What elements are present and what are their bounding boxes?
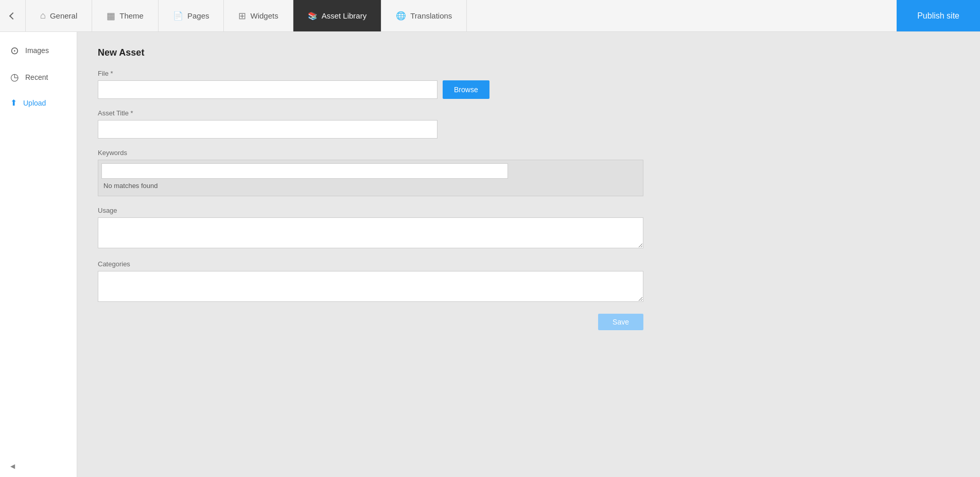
tab-widgets[interactable]: Widgets (224, 0, 293, 31)
keywords-input[interactable] (101, 163, 508, 179)
tab-widgets-label: Widgets (250, 11, 278, 20)
main-layout: Images Recent Upload New Asset File * Br… (0, 32, 980, 477)
pages-icon (173, 10, 183, 21)
publish-site-button[interactable]: Publish site (897, 0, 980, 31)
tab-general[interactable]: General (26, 0, 92, 31)
recent-icon (10, 71, 19, 83)
nav-toggle[interactable] (0, 0, 26, 31)
form-actions: Save (98, 314, 643, 330)
home-icon (40, 10, 46, 21)
camera-icon (10, 44, 19, 57)
tab-general-label: General (50, 11, 77, 20)
keywords-label: Keywords (98, 149, 959, 157)
content-area: New Asset File * Browse Asset Title * Ke… (77, 32, 980, 477)
collapse-icon (9, 12, 16, 19)
sidebar-item-recent[interactable]: Recent (0, 64, 77, 90)
top-nav: General Theme Pages Widgets Asset Librar… (0, 0, 980, 32)
save-button[interactable]: Save (598, 314, 643, 330)
translations-icon (396, 10, 406, 21)
sidebar: Images Recent Upload (0, 32, 77, 477)
upload-icon (10, 97, 17, 108)
tab-theme[interactable]: Theme (92, 0, 159, 31)
usage-textarea[interactable] (98, 217, 643, 248)
usage-group: Usage (98, 207, 959, 250)
tab-pages[interactable]: Pages (159, 0, 224, 31)
sidebar-item-upload-label: Upload (23, 99, 46, 107)
tab-translations[interactable]: Translations (381, 0, 467, 31)
tab-asset-library[interactable]: Asset Library (293, 0, 382, 31)
sidebar-item-upload[interactable]: Upload (0, 90, 77, 115)
nav-tabs: General Theme Pages Widgets Asset Librar… (26, 0, 897, 31)
asset-title-input[interactable] (98, 120, 437, 139)
theme-icon (107, 10, 115, 22)
asset-title-label: Asset Title * (98, 109, 959, 117)
sidebar-back[interactable] (0, 454, 77, 477)
sidebar-item-recent-label: Recent (25, 73, 48, 81)
file-input[interactable] (98, 80, 437, 99)
file-group: File * Browse (98, 70, 959, 99)
widgets-icon (238, 10, 246, 22)
tab-asset-library-label: Asset Library (322, 11, 367, 20)
asset-title-group: Asset Title * (98, 109, 959, 139)
sidebar-item-images[interactable]: Images (0, 37, 77, 64)
sidebar-item-images-label: Images (25, 46, 49, 55)
asset-library-icon (308, 10, 318, 21)
form-title: New Asset (98, 47, 959, 58)
usage-label: Usage (98, 207, 959, 214)
keywords-group: Keywords No matches found (98, 149, 959, 196)
categories-textarea[interactable] (98, 271, 643, 302)
no-matches-text: No matches found (101, 179, 640, 193)
browse-button[interactable]: Browse (443, 80, 489, 99)
categories-label: Categories (98, 260, 959, 268)
tab-theme-label: Theme (119, 11, 144, 20)
keywords-container: No matches found (98, 160, 643, 196)
back-icon (10, 462, 15, 470)
tab-translations-label: Translations (410, 11, 452, 20)
file-row: Browse (98, 80, 959, 99)
tab-pages-label: Pages (187, 11, 209, 20)
file-label: File * (98, 70, 959, 77)
categories-group: Categories (98, 260, 959, 303)
